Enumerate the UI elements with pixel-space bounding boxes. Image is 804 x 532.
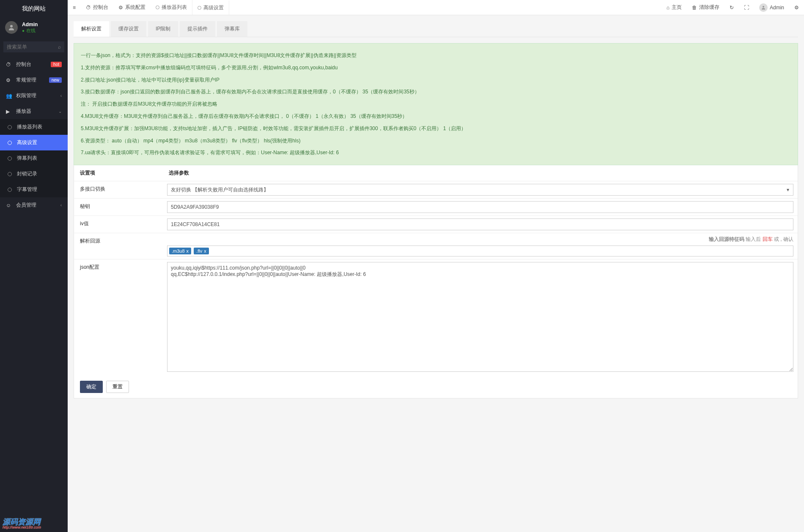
close-icon[interactable]: x xyxy=(204,248,206,254)
chevron-left-icon: ‹ xyxy=(60,203,62,207)
alert-line: 5.M3U8文件缓存扩展：加强M3U8功能，支持ts地址加密，插入广告，IP链防… xyxy=(81,123,791,135)
label-json: json配置 xyxy=(74,259,163,376)
topbar-settings[interactable]: ⚙ xyxy=(789,0,804,15)
help-alert: 一行一条json，格式为：支持的资源$接口地址||接口数据缓存||M3U8文件缓… xyxy=(74,43,798,165)
alert-line: 7.ua请求头：直接填0即可，可用作伪装域名请求验证等，有需求可填写，例如：Us… xyxy=(81,147,791,159)
label-iv: iv值 xyxy=(74,216,163,233)
tab-hint[interactable]: 提示插件 xyxy=(180,21,215,37)
sidebar-label: 播放器 xyxy=(16,108,58,115)
sidebar-label: 控制台 xyxy=(16,61,51,68)
content-tabs: 解析设置 缓存设置 IP限制 提示插件 弹幕库 xyxy=(74,21,798,37)
form-actions: 确定 重置 xyxy=(74,376,798,398)
fullscreen-icon: ⛶ xyxy=(744,5,749,11)
sidebar-sub-danmu[interactable]: 弹幕列表 xyxy=(0,150,68,166)
gear-icon: ⚙ xyxy=(794,5,799,11)
badge-hot: hot xyxy=(51,62,62,67)
tag-flv[interactable]: .flvx xyxy=(194,248,209,254)
topbar-left: ≡ ⏱ 控制台 ⚙ 系统配置 播放器列表 高级设置 xyxy=(68,0,229,15)
topbar-label: 清除缓存 xyxy=(699,4,719,11)
tag-label: .flv xyxy=(196,248,202,254)
site-title: 我的网站 xyxy=(0,0,68,18)
topbar-refresh[interactable]: ↻ xyxy=(724,0,739,15)
sidebar-item-player[interactable]: ▶ 播放器 ⌄ xyxy=(0,104,68,119)
sidebar-item-console[interactable]: ⏱ 控制台 hot xyxy=(0,57,68,72)
svg-point-0 xyxy=(10,25,13,27)
trash-icon: 🗑 xyxy=(692,5,697,11)
tab-parse[interactable]: 解析设置 xyxy=(74,21,109,37)
hint-text: 或 , 确认 xyxy=(773,236,793,242)
tag-m3u8[interactable]: .m3u8x xyxy=(169,248,191,254)
sidebar-search: ⌕ xyxy=(3,41,64,52)
svg-point-1 xyxy=(763,6,764,8)
hint-text: 输入回源特征码 xyxy=(709,236,746,242)
dashboard-icon: ⏱ xyxy=(6,62,12,68)
tab-label: 播放器列表 xyxy=(162,4,187,11)
sidebar-item-member[interactable]: ☺ 会员管理 ‹ xyxy=(0,197,68,213)
topbar-label: Admin xyxy=(770,5,784,11)
reset-button[interactable]: 重置 xyxy=(106,381,129,393)
search-input[interactable] xyxy=(3,41,64,52)
ring-icon xyxy=(8,156,12,161)
sidebar-item-permission[interactable]: 👥 权限管理 ‹ xyxy=(0,88,68,104)
topbar-label: 控制台 xyxy=(93,4,108,11)
topbar-right: ⌂ 主页 🗑 清除缓存 ↻ ⛶ Admin ⚙ xyxy=(661,0,804,15)
origin-tag-input[interactable]: .m3u8x .flvx xyxy=(167,246,793,256)
topbar-spacer xyxy=(229,0,661,15)
main: ≡ ⏱ 控制台 ⚙ 系统配置 播放器列表 高级设置 xyxy=(68,0,804,532)
input-secret[interactable] xyxy=(167,201,793,213)
tab-advanced[interactable]: 高级设置 xyxy=(192,0,229,15)
input-iv[interactable] xyxy=(167,218,793,230)
ring-icon xyxy=(156,5,159,9)
select-switch[interactable]: 友好切换 【解析失败用户可自由选择线路】 xyxy=(167,184,793,196)
topbar-home[interactable]: ⌂ 主页 xyxy=(661,0,687,15)
col-header-param: 选择参数 xyxy=(163,165,798,181)
tab-danmulib[interactable]: 弹幕库 xyxy=(217,21,247,37)
menu-toggle[interactable]: ≡ xyxy=(68,0,81,15)
user-icon xyxy=(8,24,15,31)
sidebar-label: 会员管理 xyxy=(16,202,60,209)
sidebar-sub-playerlist[interactable]: 播放器列表 xyxy=(0,119,68,135)
sidebar-nav: ⏱ 控制台 hot ⚙ 常规管理 new 👥 权限管理 ‹ ▶ 播放器 ⌄ xyxy=(0,57,68,213)
topbar-fullscreen[interactable]: ⛶ xyxy=(739,0,754,15)
tab-label: 高级设置 xyxy=(203,4,224,11)
topbar-user[interactable]: Admin xyxy=(754,0,789,15)
sidebar-item-general[interactable]: ⚙ 常规管理 new xyxy=(0,72,68,88)
topbar-label: 系统配置 xyxy=(125,4,145,11)
avatar-icon xyxy=(759,3,768,12)
textarea-json[interactable] xyxy=(167,262,793,372)
alert-line: 3.接口数据缓存：json接口返回的数据缓存到自己服务器上，缓存有效期内不会在次… xyxy=(81,86,791,110)
row-switch: 多接口切换 友好切换 【解析失败用户可自由选择线路】 xyxy=(74,181,798,198)
sidebar-sub-advanced[interactable]: 高级设置 xyxy=(0,135,68,150)
sidebar-sub-blocklog[interactable]: 封锁记录 xyxy=(0,166,68,182)
member-icon: ☺ xyxy=(6,202,12,208)
chevron-down-icon: ⌄ xyxy=(58,109,62,114)
topbar-label: 主页 xyxy=(672,4,682,11)
tab-iplimit[interactable]: IP限制 xyxy=(148,21,178,37)
tab-playerlist[interactable]: 播放器列表 xyxy=(151,0,192,15)
gear-icon: ⚙ xyxy=(6,77,12,83)
row-secret: 秘钥 xyxy=(74,198,798,216)
sidebar-label: 常规管理 xyxy=(16,76,49,84)
topbar-clearcache[interactable]: 🗑 清除缓存 xyxy=(687,0,724,15)
alert-line: 1.支持的资源：推荐填写苹果cms中播放组编码也可填特征码，多个资源用,分割，例… xyxy=(81,62,791,74)
tab-cache[interactable]: 缓存设置 xyxy=(111,21,146,37)
chevron-left-icon: ‹ xyxy=(60,93,62,98)
play-icon: ▶ xyxy=(6,109,12,115)
hint-red: 回车 xyxy=(763,236,773,242)
close-icon[interactable]: x xyxy=(187,248,189,254)
sidebar-label: 封锁记录 xyxy=(17,170,62,177)
search-icon[interactable]: ⌕ xyxy=(58,44,61,50)
sidebar-sub-subtitle[interactable]: 字幕管理 xyxy=(0,182,68,197)
sidebar-label: 权限管理 xyxy=(16,92,60,99)
label-origin: 解析回源 xyxy=(74,233,163,259)
alert-line: 2.接口地址:json接口地址，地址中可以使用{ip}变量获取用户IP xyxy=(81,74,791,86)
ok-button[interactable]: 确定 xyxy=(80,381,103,393)
label-secret: 秘钥 xyxy=(74,199,163,216)
topbar-sysconfig[interactable]: ⚙ 系统配置 xyxy=(113,0,151,15)
topbar-console[interactable]: ⏱ 控制台 xyxy=(81,0,113,15)
user-block: Admin 在线 xyxy=(0,18,68,40)
avatar[interactable] xyxy=(5,21,18,34)
form-header: 设置项 选择参数 xyxy=(74,165,798,181)
ring-icon xyxy=(198,6,201,10)
sidebar: 我的网站 Admin 在线 ⌕ ⏱ 控制台 hot ⚙ 常规管理 new xyxy=(0,0,68,532)
